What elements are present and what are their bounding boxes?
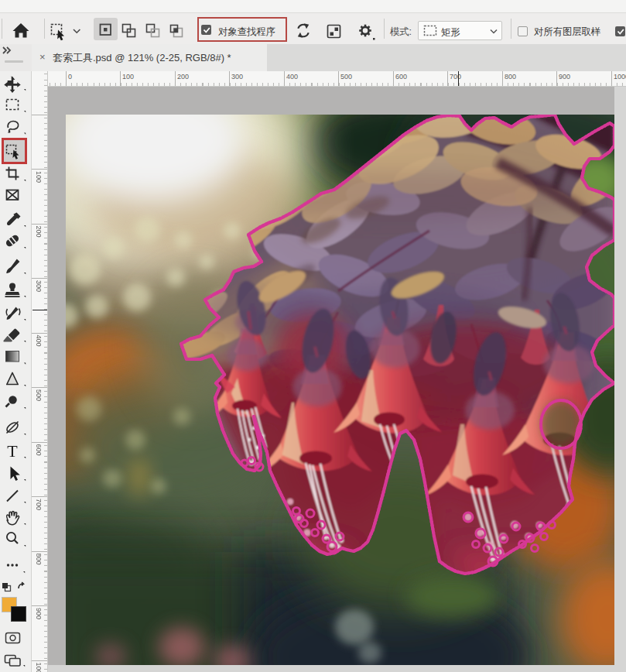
svg-text:500: 500: [35, 389, 43, 401]
svg-text:900: 900: [35, 608, 43, 619]
svg-text:1000: 1000: [35, 663, 43, 672]
svg-text:400: 400: [35, 335, 43, 347]
svg-text:T: T: [7, 441, 18, 461]
svg-text:700: 700: [35, 499, 43, 510]
svg-text:800: 800: [35, 554, 43, 565]
svg-text:100: 100: [35, 171, 43, 183]
svg-text:300: 300: [35, 280, 43, 292]
svg-text:200: 200: [35, 226, 43, 238]
svg-text:600: 600: [35, 444, 43, 456]
